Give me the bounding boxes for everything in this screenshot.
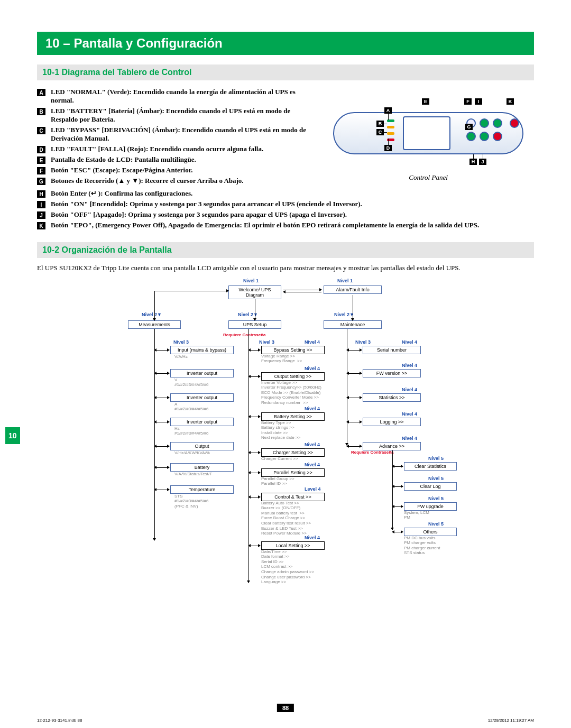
c1-s0: V/A/Hz <box>174 354 188 360</box>
c2-b4: Parallel Setting >> <box>261 468 325 477</box>
c3-b4: Advance >> <box>363 442 421 450</box>
c2-l6: Nivel 4 <box>305 535 320 540</box>
panel-caption: Control Panel <box>323 173 534 182</box>
req-pass-2: Requiere Contraseña <box>351 450 393 455</box>
c3-5-0: Clear Statistics <box>404 462 457 471</box>
section-header: 10 – Pantalla y Configuración <box>37 32 534 55</box>
cp-label-D: D <box>384 145 392 151</box>
item-G: Botones de Recorrido (▲ y ▼): Recorre el… <box>51 177 312 185</box>
c3-n5d: Nivel 5 <box>428 521 444 527</box>
c2-l1: Nivel 4 <box>305 366 320 371</box>
item-I: Botón "ON" [Encendido]: Oprima y sosteng… <box>51 200 534 208</box>
c2-s2: Battery Type >> Battery strings >> Insta… <box>261 420 300 440</box>
c3-5-1: Clear Log <box>404 482 457 491</box>
nivel2-c: Nivel 2▼ <box>334 312 354 317</box>
c2-s6: Date/Time >> Date format >> Serial ID >>… <box>261 549 314 585</box>
c1-b5: Battery <box>170 463 234 472</box>
c3-n5c: Nivel 5 <box>428 496 444 501</box>
badge-I: I <box>37 201 45 208</box>
c2-s0: Voltage Range >> Frequency Range >> <box>261 354 302 364</box>
box-maint: Maintenace <box>324 320 382 329</box>
c3-5-3s: PM DC bus volts PM charger volts PM char… <box>404 536 440 556</box>
c1-b0: Input (mains & bypass) <box>170 346 234 354</box>
col3-nivel3: Nivel 3 <box>355 339 371 345</box>
item-E: Pantalla de Estado de LCD: Pantalla mult… <box>51 155 312 164</box>
badge-F: F <box>37 167 45 174</box>
c3-l2: Nivel 4 <box>402 387 417 392</box>
c1-s1: V #1/#2/#3/#4/#5/#6 <box>174 377 209 388</box>
c2-b3: Charger Setting >> <box>261 448 325 457</box>
c3-5-3: Others <box>404 528 457 536</box>
c1-s5: V/A/%/Status/Test/T <box>174 472 212 477</box>
badge-H: H <box>37 190 45 198</box>
items-list-full: HBotón Enter (↵ ): Confirma las configur… <box>37 189 534 229</box>
cp-label-B: B <box>376 121 384 127</box>
c3-5-2: FW upgrade <box>404 502 457 511</box>
screen-flowchart: Nivel 1 Nivel 1 Welcome/ UPS Diagram Ala… <box>85 278 486 606</box>
c1-b1: Inverter output <box>170 369 234 377</box>
item-C: LED "BYPASS" [DERIVACIÓN] (Ámbar): Encen… <box>51 126 312 143</box>
req-pass-1: Requiere Contraseña <box>223 333 265 337</box>
c3-n5a: Nivel 5 <box>428 456 444 461</box>
nivel1-label: Nivel 1 <box>243 278 259 283</box>
c3-b3: Logging >> <box>363 418 421 426</box>
cp-label-A: A <box>384 107 392 114</box>
cp-label-C: C <box>376 129 384 135</box>
c1-s6: STS #1/#2/#3/#4/#5/#6 (PFC & INV) <box>174 494 209 509</box>
c1-b3: Inverter output <box>170 418 234 426</box>
footer-left: 12-212-93-3141.indb 88 <box>37 718 82 723</box>
col2-nivel3: Nivel 3 <box>259 339 274 345</box>
item-D: LED "FAULT" [FALLA] (Rojo): Encendido cu… <box>51 145 312 153</box>
box-upssetup: UPS Setup <box>228 320 281 329</box>
badge-G: G <box>37 178 45 185</box>
c2-l5: Level 4 <box>305 486 321 492</box>
item-J: Botón "OFF" [Apagado]: Oprima y sostenga… <box>51 210 534 219</box>
c3-b0: Serial number <box>363 346 421 354</box>
c2-l3: Nivel 4 <box>305 442 320 447</box>
badge-B: B <box>37 108 45 115</box>
side-tab: 10 <box>5 427 20 444</box>
c2-b0: Bypass Setting >> <box>261 346 325 354</box>
c3-l3: Nivel 4 <box>402 411 417 417</box>
c2-s5: Battery Auto Test >> Buzzer >> (ON/OFF) … <box>261 501 311 536</box>
nivel1-label-b: Nivel 1 <box>337 278 353 283</box>
c1-b6: Temperature <box>170 485 234 494</box>
c2-s4: Parallel Group >> Parallel ID >> <box>261 476 294 486</box>
c2-b2: Battery Setting >> <box>261 412 325 421</box>
footer-right: 12/28/2012 11:19:27 AM <box>488 718 534 723</box>
c3-b2: Statistics >> <box>363 393 421 402</box>
items-list-left: ALED "NORMAL" (Verde): Encendido cuando … <box>37 86 312 187</box>
c3-5-2s: System, LCM PM <box>404 510 429 520</box>
item-B: LED "BATTERY" [Batería] (Ámbar): Encendi… <box>51 107 312 124</box>
c2-l2: Nivel 4 <box>305 406 320 411</box>
col1-nivel3: Nivel 3 <box>173 339 189 345</box>
box-welcome: Welcome/ UPS Diagram <box>228 285 281 300</box>
c1-b2: Inverter output <box>170 393 234 402</box>
c3-l4: Nivel 4 <box>402 436 417 441</box>
box-alarmfault: Alarm/Fault Info <box>324 285 382 294</box>
c1-s3: Hz #1/#2/#3/#4/#5/#6 <box>174 426 209 436</box>
c2-b1: Output Setting >> <box>261 372 325 381</box>
item-A: LED "NORMAL" (Verde): Encendido cuando l… <box>51 88 312 105</box>
cp-label-K: K <box>506 98 514 105</box>
control-panel-figure: A B C D E F I K G H J Control Panel <box>323 86 534 187</box>
cp-label-E: E <box>422 98 429 105</box>
c3-b1: FW version >> <box>363 369 421 377</box>
item-K: Botón "EPO", (Emergency Power Off), Apag… <box>51 221 534 229</box>
cp-label-F: F <box>464 98 472 105</box>
box-measurements: Measurements <box>128 320 181 329</box>
cp-label-G: G <box>465 124 473 130</box>
c2-b5: Control & Test >> <box>261 493 325 501</box>
subsection-10-2: 10-2 Organización de la Pantalla <box>37 242 534 258</box>
item-H: Botón Enter (↵ ): Confirma las configura… <box>51 189 534 198</box>
badge-A: A <box>37 89 45 96</box>
c2-b6: Local Setting >> <box>261 541 325 550</box>
page-number: 88 <box>277 704 294 712</box>
c2-s3: Charger Current >> <box>261 456 298 462</box>
badge-C: C <box>37 127 45 134</box>
badge-J: J <box>37 211 45 219</box>
cp-label-J: J <box>479 159 486 165</box>
badge-E: E <box>37 156 45 164</box>
c1-s2: A #1/#2/#3/#4/#5/#6 <box>174 402 209 412</box>
c3-l1: Nivel 4 <box>402 363 417 368</box>
